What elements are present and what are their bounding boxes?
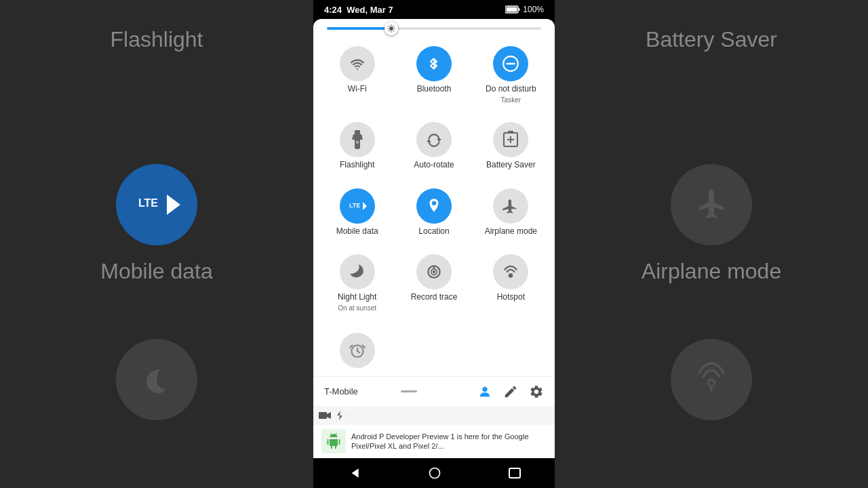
hotspot-label: Hotspot	[497, 292, 525, 302]
mobiledata-label: Mobile data	[336, 226, 378, 236]
svg-line-12	[389, 26, 389, 26]
location-label: Location	[418, 226, 449, 236]
recordtrace-label: Record trace	[411, 292, 458, 302]
svg-rect-18	[355, 130, 360, 134]
dnd-icon	[502, 55, 519, 73]
tile-hotspot[interactable]: Hotspot	[473, 246, 549, 322]
flashlight-label: Flashlight	[340, 160, 374, 169]
bg-mobiledata-label: Mobile data	[100, 259, 212, 284]
nightlight-icon-circle	[340, 254, 375, 289]
tile-flashlight[interactable]: Flashlight	[319, 114, 395, 180]
tile-wifi[interactable]: Wi-Fi	[319, 38, 395, 114]
autorotate-icon-circle	[416, 122, 452, 157]
autorotate-label: Auto-rotate	[414, 160, 454, 169]
status-time: 4:24 Wed, Mar 7	[324, 5, 393, 15]
qs-panel: Wi-Fi Bluetooth	[313, 19, 555, 406]
edit-icon[interactable]	[503, 384, 518, 399]
hotspot-icon-circle	[493, 254, 528, 289]
svg-marker-40	[351, 468, 358, 477]
tile-location[interactable]: Location	[395, 180, 472, 246]
svg-line-13	[393, 30, 394, 31]
handle-icon	[401, 390, 417, 392]
svg-rect-37	[319, 412, 327, 419]
svg-marker-39	[337, 411, 342, 420]
nightlight-label: Night Light	[338, 292, 376, 302]
svg-point-31	[509, 273, 513, 278]
svg-rect-21	[508, 131, 513, 134]
bluetooth-icon	[426, 56, 442, 72]
qs-bottom-bar: T-Mobile	[313, 376, 555, 406]
brightness-fill	[327, 27, 391, 30]
mobiledata-icon-circle: LTE	[340, 188, 375, 224]
batterysaver-icon	[502, 130, 519, 149]
alarm-icon	[349, 342, 366, 359]
tile-alarm[interactable]	[319, 325, 395, 373]
android-icon	[326, 433, 342, 449]
phone-container: 4:24 Wed, Mar 7 100%	[313, 0, 555, 488]
sun-icon	[387, 24, 396, 33]
svg-rect-35	[401, 390, 417, 392]
svg-point-26	[432, 201, 437, 205]
tile-batterysaver[interactable]: Battery Saver	[473, 114, 549, 180]
airplanemode-icon-circle	[493, 188, 528, 224]
partial-tiles-row	[313, 325, 555, 376]
tile-recordtrace[interactable]: Record trace	[395, 246, 472, 322]
wifi-icon	[349, 55, 366, 73]
notification-text: Android P Developer Preview 1 is here fo…	[351, 432, 547, 451]
back-button[interactable]	[347, 466, 361, 480]
svg-line-15	[393, 26, 394, 26]
svg-point-2	[708, 380, 715, 386]
tile-nightlight[interactable]: Night Light On at sunset	[319, 246, 395, 322]
svg-line-34	[357, 351, 359, 352]
svg-text:LTE: LTE	[138, 197, 158, 209]
svg-line-14	[389, 30, 389, 31]
recordtrace-icon	[425, 263, 443, 281]
notif-bar: ·	[313, 406, 555, 425]
airplane-icon	[502, 197, 519, 215]
dnd-sublabel: Tasker	[501, 96, 521, 104]
nightlight-icon	[349, 263, 366, 281]
tile-airplanemode[interactable]: Airplane mode	[473, 180, 549, 246]
settings-icon[interactable]	[529, 384, 544, 399]
batterysaver-icon-circle	[493, 122, 528, 157]
bg-flashlight-label: Flashlight	[111, 27, 203, 52]
tile-autorotate[interactable]: Auto-rotate	[395, 114, 472, 180]
tile-dnd[interactable]: Do not disturb Tasker	[473, 38, 549, 114]
notification-card[interactable]: Android P Developer Preview 1 is here fo…	[313, 425, 555, 458]
bluetooth-icon-circle	[416, 46, 452, 81]
dnd-icon-circle	[493, 46, 528, 81]
bg-left-panel: Flashlight LTE Mobile data	[0, 0, 313, 488]
airplanemode-label: Airplane mode	[485, 226, 537, 236]
nav-bar	[313, 458, 555, 488]
camera-icon	[319, 411, 331, 420]
bg-batterysaver-label: Battery Saver	[646, 27, 777, 52]
bottom-icons	[477, 384, 544, 399]
bg-lte-icon: LTE	[116, 164, 197, 245]
bg-right-panel: Battery Saver Airplane mode	[555, 0, 868, 488]
wifi-icon-circle	[340, 46, 375, 81]
recents-button[interactable]	[509, 468, 521, 479]
bluetooth-label: Bluetooth	[417, 84, 452, 94]
dnd-label: Do not disturb	[486, 84, 536, 94]
battery-percent: 100%	[523, 5, 544, 14]
brightness-thumb[interactable]	[384, 22, 398, 35]
svg-point-36	[482, 386, 487, 391]
signal-dot: ·	[349, 411, 351, 420]
brightness-bar[interactable]	[313, 19, 555, 35]
notif-app-icon	[321, 429, 346, 453]
tiles-grid: Wi-Fi Bluetooth	[313, 35, 555, 325]
bg-hotspot-icon	[671, 339, 752, 420]
user-icon[interactable]	[477, 384, 492, 399]
bg-moon-icon	[116, 339, 197, 420]
status-right: 100%	[505, 5, 544, 14]
brightness-slider[interactable]	[327, 27, 541, 30]
batterysaver-label: Battery Saver	[486, 160, 536, 169]
tile-mobiledata[interactable]: LTE Mobile data	[319, 180, 395, 246]
svg-marker-25	[363, 202, 367, 210]
home-button[interactable]	[428, 466, 441, 480]
svg-rect-6	[519, 8, 520, 11]
recordtrace-icon-circle	[416, 254, 452, 289]
alarm-icon-circle	[340, 333, 375, 368]
tile-bluetooth[interactable]: Bluetooth	[395, 38, 472, 114]
bg-airplane-icon	[671, 164, 752, 245]
